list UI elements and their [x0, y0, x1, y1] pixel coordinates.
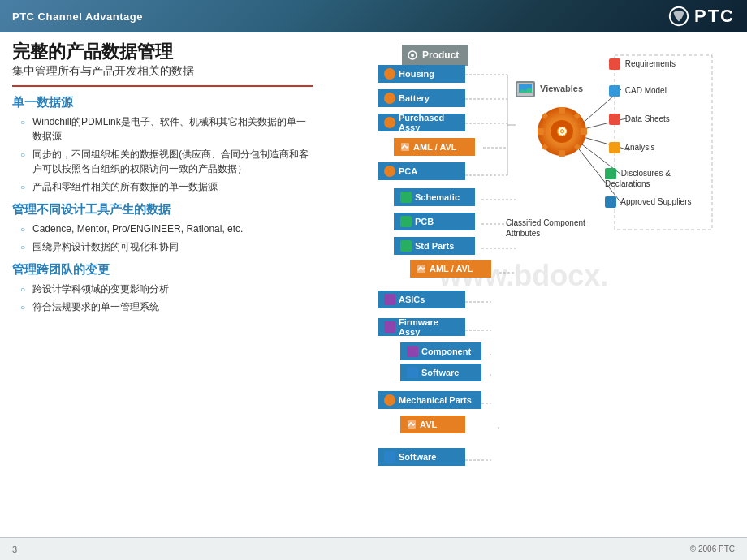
bullet-list-2: Cadence, Mentor, Pro/ENGINEER, Rational,…: [12, 222, 313, 254]
firmware-assy-label: Firmware Assy: [399, 317, 459, 337]
software-label-2: Software: [399, 452, 436, 462]
aml-icon: [400, 142, 410, 152]
gear-icon: [407, 50, 418, 61]
schematic-box: Schematic: [394, 188, 475, 206]
footer: 3 © 2006 PTC: [0, 537, 747, 560]
pcb-label: PCB: [415, 217, 434, 226]
bullet-item: 同步的，不同组织相关的数据视图(供应商、合同分包制造商和客户可以按照各自组织的权…: [20, 147, 313, 176]
pca-label: PCA: [399, 166, 417, 176]
firmware-assy-box: Firmware Assy: [378, 318, 465, 336]
bullet-item: 符合法规要求的单一管理系统: [20, 299, 313, 314]
product-header-box: Product: [402, 45, 468, 66]
left-panel: 完整的产品数据管理 集中管理所有与产品开发相关的数据 单一数据源 Windchi…: [12, 41, 321, 528]
header-title: PTC Channel Advantage: [12, 11, 143, 23]
bullet-list-1: Windchill的PDMLink是电子、软件、机械和其它相关数据的单一数据源 …: [12, 114, 313, 194]
aml-avl-label-1: AML / AVL: [413, 142, 457, 152]
std-parts-box: Std Parts: [394, 237, 475, 255]
sup-icon: [605, 196, 616, 208]
purchased-assy-box: Purchased Assy: [378, 114, 465, 131]
diagram-svg: [329, 41, 719, 511]
gear-icon: [384, 166, 395, 177]
pcb-box: PCB: [394, 213, 475, 230]
aml-avl-label-2: AML / AVL: [430, 264, 473, 274]
ptc-logo-text: PTC: [694, 6, 735, 27]
main-content: 完整的产品数据管理 集中管理所有与产品开发相关的数据 单一数据源 Windchi…: [0, 32, 747, 536]
bullet-item: 产品和零组件相关的所有数据的单一数据源: [20, 179, 313, 194]
schematic-label: Schematic: [415, 192, 460, 202]
chip-icon: [400, 240, 412, 252]
diagram-container: www.bdocx.: [329, 41, 719, 511]
disclosures-label: Disclosures &Declarations: [605, 168, 671, 188]
puzzle-icon: [384, 294, 395, 305]
software-label-1: Software: [421, 368, 459, 377]
viewables-icon: [516, 81, 535, 97]
requirements-label: Requirements: [609, 58, 676, 70]
section-heading-3: 管理跨团队的变更: [12, 262, 313, 278]
avl-box: AVL: [400, 416, 465, 433]
cad-model-label: CAD Model: [609, 85, 667, 97]
analysis-label: Analysis: [609, 142, 654, 153]
svg-rect-33: [538, 128, 544, 135]
battery-label: Battery: [399, 93, 430, 103]
gear-icon: [384, 93, 395, 104]
classified-label: Classified ComponentAttributes: [506, 218, 585, 239]
central-gear-svg: ⚙: [536, 106, 589, 158]
copyright: © 2006 PTC: [690, 545, 735, 554]
battery-box: Battery: [378, 89, 465, 107]
analysis-icon: [609, 142, 620, 153]
ds-icon: [609, 114, 620, 125]
mechanical-parts-label: Mechanical Parts: [399, 395, 472, 405]
std-parts-label: Std Parts: [415, 241, 454, 251]
bullet-item: Windchill的PDMLink是电子、软件、机械和其它相关数据的单一数据源: [20, 114, 313, 144]
approved-suppliers-label: Approved Suppliers: [605, 196, 692, 208]
asics-label: ASICs: [399, 295, 425, 304]
svg-text:⚙: ⚙: [557, 125, 568, 138]
housing-box: Housing: [378, 65, 465, 83]
ptc-logo: PTC: [667, 5, 735, 28]
page-subtitle: 集中管理所有与产品开发相关的数据: [12, 64, 313, 79]
avl-icon: [407, 420, 417, 429]
page-title: 完整的产品数据管理: [12, 41, 313, 64]
svg-rect-31: [559, 107, 565, 114]
gear-icon-2: [384, 394, 395, 406]
chip-icon-3: [384, 451, 395, 463]
title-divider: [12, 85, 313, 87]
puzzle-icon-2: [384, 321, 395, 333]
bullet-item: Cadence, Mentor, Pro/ENGINEER, Rational,…: [20, 222, 313, 236]
pca-box: PCA: [378, 162, 465, 180]
section-heading-2: 管理不同设计工具产生的数据: [12, 202, 313, 218]
central-gear: ⚙: [536, 106, 585, 154]
page-number: 3: [12, 545, 17, 554]
bullet-list-3: 跨设计学科领域的变更影响分析 符合法规要求的单一管理系统: [12, 282, 313, 314]
cad-icon: [609, 85, 620, 97]
gear-icon: [384, 68, 395, 80]
product-label: Product: [422, 50, 459, 61]
section-heading-1: 单一数据源: [12, 95, 313, 110]
purchased-assy-label: Purchased Assy: [399, 113, 459, 132]
component-label: Component: [421, 347, 471, 356]
bullet-item: 围绕异构设计数据的可视化和协同: [20, 239, 313, 254]
software-box-1: Software: [400, 364, 481, 381]
disc-icon: [605, 168, 616, 179]
ptc-logo-icon: [667, 5, 690, 28]
bullet-item: 跨设计学科领域的变更影响分析: [20, 282, 313, 296]
chip-icon: [400, 216, 412, 227]
svg-point-26: [411, 54, 414, 57]
viewables-label: Viewables: [516, 81, 583, 97]
aml-icon-2: [417, 264, 426, 274]
asics-box: ASICs: [378, 291, 465, 308]
req-icon: [609, 58, 620, 70]
mechanical-parts-box: Mechanical Parts: [378, 391, 481, 409]
chip-icon: [400, 192, 412, 203]
svg-rect-34: [581, 128, 587, 135]
housing-label: Housing: [399, 69, 434, 79]
component-box: Component: [400, 342, 481, 360]
right-panel: www.bdocx.: [321, 41, 735, 528]
software-box-2: Software: [378, 448, 465, 466]
page-header: PTC Channel Advantage PTC: [0, 0, 747, 32]
aml-avl-box-1: AML / AVL: [394, 138, 475, 156]
gear-icon: [384, 117, 395, 128]
puzzle-icon-3: [407, 346, 418, 357]
svg-rect-32: [559, 150, 565, 157]
aml-avl-box-2: AML / AVL: [410, 260, 491, 278]
